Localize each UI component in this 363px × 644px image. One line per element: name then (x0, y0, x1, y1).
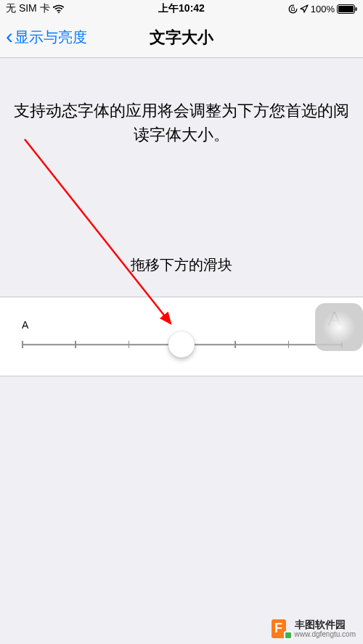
status-time: 上午10:42 (123, 2, 240, 15)
watermark-logo-accent (284, 631, 293, 640)
main-content: 支持动态字体的应用将会调整为下方您首选的阅读字体大小。 拖移下方的滑块 A A (0, 58, 363, 376)
slider-tick (288, 341, 290, 348)
carrier-text: 无 SIM 卡 (6, 2, 50, 15)
slider-tick (75, 341, 76, 348)
watermark-title: 丰图软件园 (295, 619, 356, 630)
slider-tick (22, 341, 23, 348)
battery-icon (337, 4, 357, 14)
watermark-logo: F (272, 619, 290, 638)
assistive-touch-button[interactable] (315, 303, 363, 351)
slider-thumb[interactable] (168, 331, 195, 358)
status-right: 100% (240, 4, 357, 15)
svg-point-0 (289, 5, 297, 13)
svg-rect-3 (355, 7, 356, 11)
slider-tick (234, 341, 236, 348)
assistive-touch-icon (323, 311, 355, 343)
slider-hint-text: 拖移下方的滑块 (0, 255, 363, 275)
status-left: 无 SIM 卡 (6, 2, 123, 15)
status-bar: 无 SIM 卡 上午10:42 100% (0, 0, 363, 17)
wifi-icon (53, 4, 65, 13)
watermark-text: 丰图软件园 www.dgfengtu.com (295, 619, 356, 638)
orientation-lock-icon (288, 4, 298, 14)
svg-rect-2 (338, 6, 354, 12)
back-button[interactable]: ‹ 显示与亮度 (6, 28, 87, 47)
slider-labels: A A (22, 307, 341, 331)
text-size-slider-panel: A A (0, 297, 363, 376)
text-size-slider[interactable] (22, 332, 341, 357)
dynamic-type-description: 支持动态字体的应用将会调整为下方您首选的阅读字体大小。 (0, 99, 363, 146)
battery-text: 100% (311, 4, 335, 15)
slider-tick (129, 341, 130, 348)
slider-min-label: A (22, 319, 28, 331)
location-icon (300, 4, 309, 13)
chevron-left-icon: ‹ (6, 25, 13, 47)
watermark: F 丰图软件园 www.dgfengtu.com (272, 619, 356, 638)
back-label: 显示与亮度 (15, 28, 87, 47)
nav-bar: ‹ 显示与亮度 文字大小 (0, 17, 363, 58)
watermark-url: www.dgfengtu.com (295, 630, 356, 638)
